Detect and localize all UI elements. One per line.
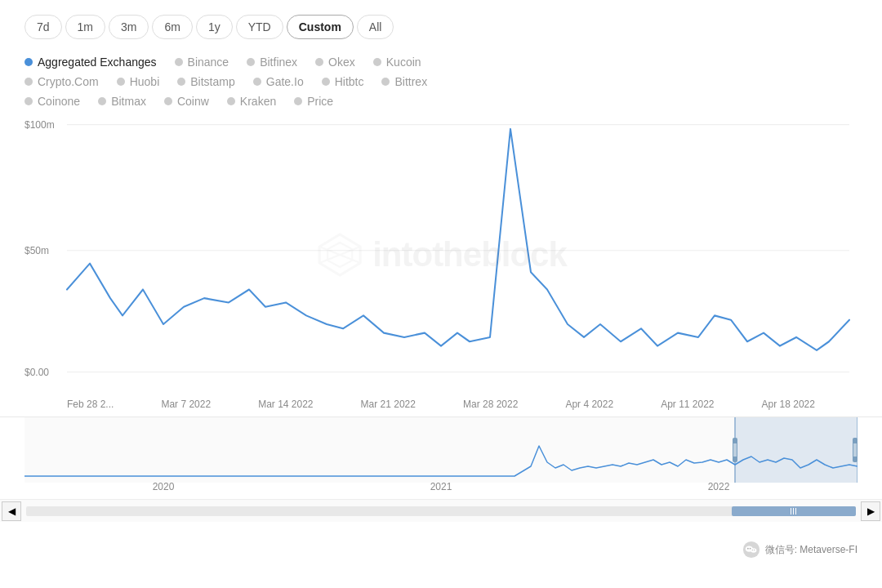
filter-ytd-button[interactable]: YTD <box>236 15 283 39</box>
legend-dot-kucoin <box>373 58 381 66</box>
mini-label-2020: 2020 <box>153 481 175 492</box>
legend-dot-price <box>294 97 302 105</box>
scrollbar: ◀ ▶ <box>0 499 882 522</box>
legend-item-gateio[interactable]: Gate.Io <box>253 75 304 88</box>
svg-point-26 <box>751 548 756 553</box>
scroll-left-button[interactable]: ◀ <box>2 501 21 521</box>
svg-text:$100m: $100m <box>24 119 55 131</box>
x-label-4: Mar 28 2022 <box>463 399 518 410</box>
legend-label-okex: Okex <box>328 56 355 69</box>
legend-item-bittrex[interactable]: Bittrex <box>381 75 427 88</box>
legend-dot-okex <box>315 58 323 66</box>
svg-text:$50m: $50m <box>24 245 49 256</box>
filter-1m-button[interactable]: 1m <box>65 15 105 39</box>
handle-line-3 <box>795 508 796 514</box>
legend-label-huobi: Huobi <box>130 75 160 88</box>
svg-rect-19 <box>853 438 858 462</box>
wechat-icon <box>742 541 760 559</box>
main-chart: intotheblock $100m $50m $0.00 <box>24 116 858 394</box>
scroll-track[interactable] <box>26 506 856 516</box>
x-label-5: Apr 4 2022 <box>565 399 613 410</box>
svg-text:$0.00: $0.00 <box>24 366 49 377</box>
legend-dot-binance <box>175 58 183 66</box>
x-label-1: Mar 7 2022 <box>161 399 211 410</box>
svg-point-25 <box>749 548 751 550</box>
legend-item-aggregated[interactable]: Aggregated Exchanges <box>24 56 157 69</box>
legend-label-bitfinex: Bitfinex <box>260 56 297 69</box>
mini-chart-labels: 2020 2021 2022 <box>24 481 858 492</box>
x-axis-labels: Feb 28 2... Mar 7 2022 Mar 14 2022 Mar 2… <box>24 394 858 410</box>
legend-label-price: Price <box>307 95 333 108</box>
x-label-0: Feb 28 2... <box>67 399 114 410</box>
legend-dot-coinw <box>164 97 172 105</box>
legend-label-bitmax: Bitmax <box>111 95 146 108</box>
scroll-right-button[interactable]: ▶ <box>861 501 880 521</box>
legend-label-bitstamp: Bitstamp <box>190 75 234 88</box>
x-label-3: Mar 21 2022 <box>361 399 416 410</box>
legend-dot-bittrex <box>381 78 390 86</box>
legend-item-bitstamp[interactable]: Bitstamp <box>177 75 234 88</box>
legend-dot-cryptocom <box>24 78 33 86</box>
mini-label-2021: 2021 <box>430 481 452 492</box>
legend-label-kucoin: Kucoin <box>386 56 421 69</box>
legend-label-cryptocom: Crypto.Com <box>38 75 99 88</box>
legend-item-price[interactable]: Price <box>294 95 333 108</box>
legend-item-huobi[interactable]: Huobi <box>117 75 160 88</box>
filter-1y-button[interactable]: 1y <box>196 15 233 39</box>
chart-svg: $100m $50m $0.00 <box>24 116 858 394</box>
legend-item-hitbtc[interactable]: Hitbtc <box>322 75 364 88</box>
legend-item-kucoin[interactable]: Kucoin <box>373 56 421 69</box>
legend-item-kraken[interactable]: Kraken <box>227 95 276 108</box>
legend-label-coinone: Coinone <box>38 95 80 108</box>
legend-dot-aggregated <box>24 58 33 66</box>
legend-label-aggregated: Aggregated Exchanges <box>38 56 157 69</box>
handle-line-2 <box>793 508 794 514</box>
x-label-6: Apr 11 2022 <box>661 399 714 410</box>
legend-dot-hitbtc <box>322 78 330 86</box>
mini-chart-svg <box>24 417 858 483</box>
legend-label-kraken: Kraken <box>240 95 276 108</box>
filter-7d-button[interactable]: 7d <box>24 15 62 39</box>
wechat-label: 微信号: Metaverse-FI <box>765 543 858 557</box>
legend-dot-huobi <box>117 78 125 86</box>
scroll-handle[interactable] <box>732 506 856 516</box>
legend-dot-coinone <box>24 97 33 105</box>
mini-chart-navigator: 2020 2021 2022 <box>0 417 882 499</box>
legend-label-gateio: Gate.Io <box>266 75 304 88</box>
filter-6m-button[interactable]: 6m <box>152 15 192 39</box>
legend-item-binance[interactable]: Binance <box>175 56 229 69</box>
legend-item-bitmax[interactable]: Bitmax <box>98 95 146 108</box>
legend-item-coinone[interactable]: Coinone <box>24 95 80 108</box>
legend-dot-kraken <box>227 97 235 105</box>
chart-legend: Aggregated Exchanges Binance Bitfinex Ok… <box>24 56 858 108</box>
legend-label-coinw: Coinw <box>177 95 209 108</box>
legend-item-coinw[interactable]: Coinw <box>164 95 209 108</box>
legend-item-bitfinex[interactable]: Bitfinex <box>247 56 297 69</box>
x-label-7: Apr 18 2022 <box>762 399 815 410</box>
svg-point-24 <box>747 548 749 550</box>
legend-dot-bitstamp <box>177 78 185 86</box>
legend-dot-bitfinex <box>247 58 255 66</box>
legend-label-binance: Binance <box>188 56 229 69</box>
legend-label-bittrex: Bittrex <box>394 75 427 88</box>
legend-dot-bitmax <box>98 97 106 105</box>
svg-rect-16 <box>733 438 737 462</box>
filter-3m-button[interactable]: 3m <box>109 15 149 39</box>
wechat-watermark: 微信号: Metaverse-FI <box>742 541 858 559</box>
svg-rect-13 <box>735 417 858 483</box>
time-filter-bar: 7d 1m 3m 6m 1y YTD Custom All <box>24 15 858 39</box>
handle-line-1 <box>791 508 791 514</box>
legend-label-hitbtc: Hitbtc <box>335 75 364 88</box>
svg-point-28 <box>754 550 755 550</box>
filter-custom-button[interactable]: Custom <box>287 15 354 39</box>
legend-item-okex[interactable]: Okex <box>315 56 355 69</box>
mini-label-2022: 2022 <box>708 481 730 492</box>
legend-dot-gateio <box>253 78 261 86</box>
filter-all-button[interactable]: All <box>357 15 394 39</box>
svg-point-27 <box>751 550 752 550</box>
legend-item-cryptocom[interactable]: Crypto.Com <box>24 75 99 88</box>
x-label-2: Mar 14 2022 <box>258 399 313 410</box>
